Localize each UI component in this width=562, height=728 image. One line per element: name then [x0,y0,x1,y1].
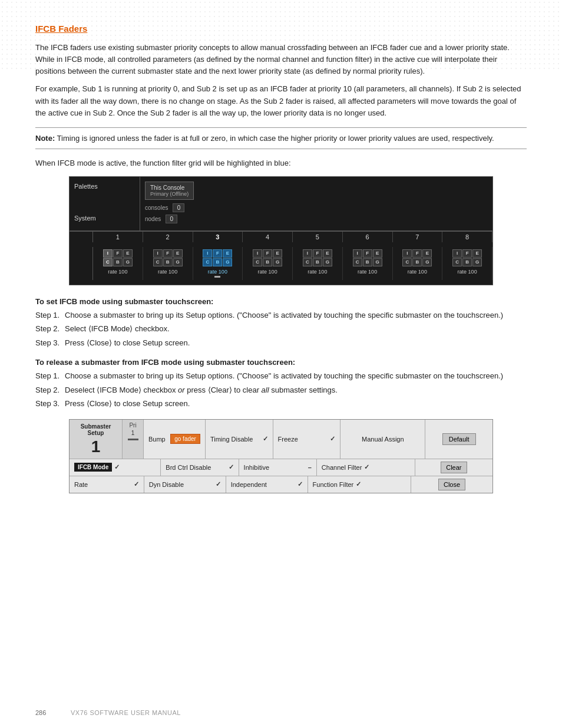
fader-num-4: 4 [243,232,293,242]
sp-clear-cell: Clear [415,459,492,476]
consoles-value: 0 [173,203,184,212]
palettes-label: Palettes [74,182,135,191]
manual-assign-label: Manual Assign [362,436,404,443]
sp-freeze-cell: Freeze ✓ [273,420,341,459]
sp-close-cell: Close [411,476,492,493]
fader-num-2: 2 [143,232,193,242]
note-label: Note: [35,134,55,143]
sp-independent-cell: Independent ✓ [226,476,308,493]
para1: The IFCB faders use existing submaster p… [35,42,527,77]
fader-numbers-row: 1 2 3 4 5 6 7 8 [70,231,492,242]
sp-row-1: SubmasterSetup 1 Pri 1 Bump go fader Tim… [70,420,492,459]
fader-cell-6: I F E C B G rate 100 [343,247,393,280]
intro-text: When IFCB mode is active, the function f… [35,157,527,169]
system-diagram: Palettes System This Console Primary (Of… [69,176,493,285]
note-text: Timing is ignored unless the fader is at… [57,134,494,143]
sp-row-2: IFCB Mode ✓ Brd Ctrl Disable ✓ Inhibitiv… [70,459,492,476]
sp-timing-cell: Timing Disable ✓ [206,420,273,459]
sp-brd-ctrl-cell: Brd Ctrl Disable ✓ [161,459,239,476]
sp-dyn-disable-cell: Dyn Disable ✓ [144,476,226,493]
system-label: System [74,213,135,223]
sp-big-num: 1 [91,439,101,455]
console-box: This Console Primary (Offline) [145,182,194,200]
set-step-2: Step 2. Select ⟨IFCB Mode⟩ checkbox. [35,323,527,335]
sp-rate-cell: Rate ✓ [70,476,144,493]
fader-cell-2: I F E C B G rate 100 [143,247,193,280]
fader-cell-5: I F E C B G rate 100 [293,247,343,280]
page-subtitle: VX76 SOFTWARE USER MANUAL [71,709,181,716]
default-button[interactable]: Default [442,433,476,445]
console-line2: Primary (Offline) [150,191,189,197]
sp-function-filter-cell: Function Filter ✓ [308,476,412,493]
set-step-3: Step 3. Press ⟨Close⟩ to close Setup scr… [35,337,527,349]
clear-button[interactable]: Clear [441,462,467,473]
console-line1: This Console [150,185,189,191]
consoles-label: consoles [145,205,168,211]
fader-num-6: 6 [343,232,393,242]
go-fader-badge: go fader [170,434,200,444]
nodes-value: 0 [166,215,177,223]
para2: For example, Sub 1 is running at priorit… [35,83,527,118]
release-steps-heading: To release a submaster from IFCB mode us… [35,358,527,367]
set-steps-heading: To set IFCB mode using submaster touchsc… [35,297,527,306]
fader-cell-1: I F E C B G rate 100 [93,247,143,280]
sp-pri: Pri 1 [123,420,144,459]
sp-left-label: SubmasterSetup 1 [70,420,123,459]
note-box: Note: Timing is ignored unless the fader… [35,127,527,150]
fader-num-3: 3 [193,232,243,242]
page-number: 286 [35,709,46,716]
fader-num-5: 5 [293,232,343,242]
release-step-2: Step 2. Deselect ⟨IFCB Mode⟩ checkbox or… [35,384,527,396]
section-title: IFCB Faders [35,24,527,34]
ifcb-mode-badge: IFCB Mode [74,463,112,472]
fader-num-7: 7 [393,232,443,242]
fader-cell-3: I F E C B G rate 100 [193,247,243,280]
close-button[interactable]: Close [438,479,465,490]
nodes-label: nodes [145,216,161,222]
fader-cell-7: I F E C B G rate 100 [393,247,443,280]
fader-cell-4: I F E C B G rate 100 [243,247,293,280]
sp-manual-assign-cell[interactable]: Manual Assign [340,420,425,459]
fader-cell-8: I F E C B G rate 100 [442,247,492,280]
sp-bump-cell: Bump go fader [144,420,206,459]
sp-ifcb-cell: IFCB Mode ✓ [70,459,161,476]
sp-default-cell: Default [425,420,492,459]
fader-num-8: 8 [442,232,492,242]
submaster-setup-panel: SubmasterSetup 1 Pri 1 Bump go fader Tim… [69,419,493,493]
release-step-3: Step 3. Press ⟨Close⟩ to close Setup scr… [35,398,527,410]
sp-channel-filter-cell: Channel Filter ✓ [317,459,415,476]
fader-num-1: 1 [93,232,143,242]
sp-row-3: Rate ✓ Dyn Disable ✓ Independent ✓ Funct… [70,476,492,493]
release-step-1: Step 1. Choose a submaster to bring up i… [35,370,527,382]
fader-controls-row: I F E C B G rate 100 I F E C B G [70,242,492,285]
set-step-1: Step 1. Choose a submaster to bring up i… [35,309,527,321]
sp-inhibitive-cell: Inhibitive – [239,459,317,476]
